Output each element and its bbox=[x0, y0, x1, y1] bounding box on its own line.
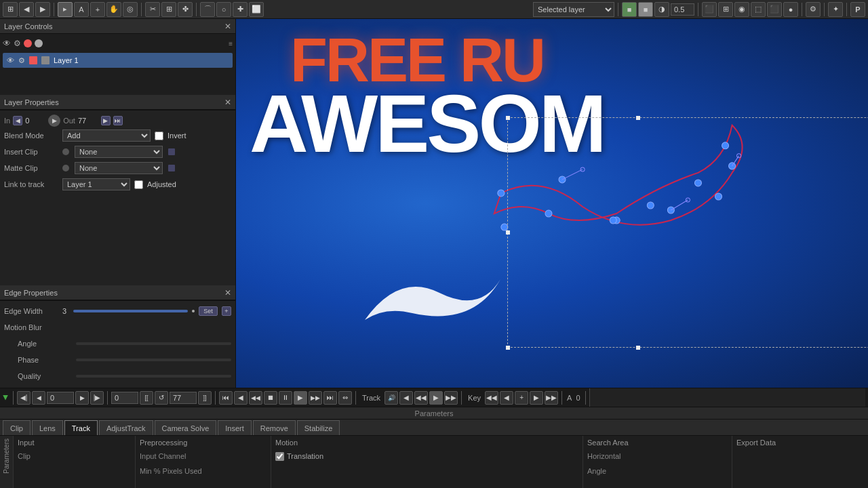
in-prev-btn[interactable]: ◀ bbox=[13, 116, 22, 125]
settings-btn[interactable]: ⚙ bbox=[806, 2, 821, 17]
in-field[interactable]: 0 bbox=[25, 117, 45, 125]
key-btn-4[interactable]: ▶ bbox=[530, 391, 543, 405]
layer-properties-close[interactable]: ✕ bbox=[224, 98, 231, 107]
loop-btn[interactable]: ↺ bbox=[155, 391, 168, 405]
color-btn-1[interactable]: ■ bbox=[622, 2, 637, 17]
pointer-tool[interactable]: A bbox=[74, 2, 89, 17]
link-to-track-select[interactable]: Layer 1 bbox=[62, 178, 130, 190]
edge-width-value: 3 bbox=[62, 307, 66, 315]
rect-tool[interactable]: ⬜ bbox=[249, 2, 264, 17]
track-go-btn[interactable]: ▶ bbox=[429, 391, 443, 405]
translation-checkbox[interactable] bbox=[275, 452, 284, 461]
p-btn[interactable]: P bbox=[850, 2, 865, 17]
pause-btn[interactable]: ⏸ bbox=[279, 391, 292, 405]
tab-track[interactable]: Track bbox=[64, 420, 98, 435]
layer-select-dropdown[interactable]: Selected layer bbox=[533, 2, 614, 17]
frame-prev2-btn[interactable]: ◀| bbox=[17, 391, 31, 405]
set-button[interactable]: Set bbox=[199, 306, 218, 316]
tab-remove[interactable]: Remove bbox=[253, 420, 296, 435]
angle-slider[interactable] bbox=[76, 342, 231, 345]
move-tool[interactable]: ✚ bbox=[233, 2, 248, 17]
play-end-btn[interactable]: ⏭ bbox=[323, 391, 337, 405]
frame-prev-btn[interactable]: ◀ bbox=[32, 391, 45, 405]
view-btn-3[interactable]: ◉ bbox=[734, 2, 749, 17]
invert-checkbox[interactable] bbox=[155, 131, 163, 140]
frame-out-field[interactable]: 77 bbox=[170, 392, 197, 404]
layer-controls-close[interactable]: ✕ bbox=[224, 22, 231, 31]
nav-icon[interactable]: ⊞ bbox=[3, 2, 18, 17]
edge-width-slider[interactable] bbox=[73, 310, 188, 312]
tab-adjusttrack[interactable]: AdjustTrack bbox=[99, 420, 153, 435]
key-btn-1[interactable]: ◀◀ bbox=[485, 391, 498, 405]
color-btn-2[interactable]: ■ bbox=[638, 2, 653, 17]
out-field[interactable]: 77 bbox=[78, 117, 98, 125]
stop-btn[interactable]: ⏹ bbox=[264, 391, 277, 405]
cut-tool[interactable]: ✂ bbox=[145, 2, 160, 17]
adjusted-checkbox[interactable] bbox=[134, 180, 143, 189]
grid-tool[interactable]: ⊞ bbox=[161, 2, 176, 17]
play-prev-btn[interactable]: ◀ bbox=[234, 391, 248, 405]
add-tool[interactable]: + bbox=[90, 2, 105, 17]
zoom-tool[interactable]: ◎ bbox=[123, 2, 138, 17]
track-btn-1[interactable]: ◀ bbox=[399, 391, 413, 405]
out-next-btn[interactable]: ▶ bbox=[101, 116, 111, 125]
play-range-btn[interactable]: ⇔ bbox=[338, 391, 352, 405]
track-audio-btn[interactable]: 🔊 bbox=[384, 391, 398, 405]
matte-clip-menu-icon[interactable] bbox=[168, 165, 175, 171]
insert-clip-select[interactable]: None bbox=[75, 146, 163, 158]
panel-menu-icon[interactable]: ≡ bbox=[229, 40, 233, 47]
tab-stabilize[interactable]: Stabilize bbox=[297, 420, 340, 435]
quality-slider[interactable] bbox=[76, 375, 231, 378]
insert-clip-dot bbox=[62, 148, 69, 155]
phase-slider[interactable] bbox=[76, 359, 231, 361]
track-go2-btn[interactable]: ▶▶ bbox=[444, 391, 458, 405]
play-fast-btn[interactable]: ▶▶ bbox=[309, 391, 322, 405]
view-btn-2[interactable]: ⊞ bbox=[718, 2, 733, 17]
view-btn-1[interactable]: ⬛ bbox=[702, 2, 717, 17]
fx-btn[interactable]: ✦ bbox=[828, 2, 843, 17]
frame-next-btn[interactable]: ▶ bbox=[75, 391, 89, 405]
edge-properties-close[interactable]: ✕ bbox=[224, 288, 231, 298]
view-btn-5[interactable]: ⬛ bbox=[767, 2, 782, 17]
hand-tool[interactable]: ✋ bbox=[106, 2, 121, 17]
join-tool[interactable]: ✤ bbox=[178, 2, 193, 17]
insert-clip-menu-icon[interactable] bbox=[168, 148, 175, 155]
play-btn[interactable]: ▶ bbox=[294, 391, 307, 405]
opacity-field[interactable]: 0.5 bbox=[671, 3, 694, 16]
view-btn-6[interactable]: ● bbox=[783, 2, 798, 17]
frame-next2-btn[interactable]: |▶ bbox=[90, 391, 104, 405]
track-btn-2[interactable]: ◀◀ bbox=[414, 391, 428, 405]
tab-insert[interactable]: Insert bbox=[218, 420, 252, 435]
frame-current-field[interactable]: 0 bbox=[47, 392, 74, 404]
tab-clip[interactable]: Clip bbox=[3, 420, 31, 435]
select-tool[interactable]: ▸ bbox=[58, 2, 73, 17]
play-prev-slow-btn[interactable]: ◀◀ bbox=[249, 391, 262, 405]
key-btn-5[interactable]: ▶▶ bbox=[545, 391, 558, 405]
timeline-track[interactable] bbox=[589, 388, 865, 407]
set-plus-btn[interactable]: + bbox=[222, 306, 231, 316]
view-btn-4[interactable]: ⬚ bbox=[751, 2, 766, 17]
tab-lens[interactable]: Lens bbox=[32, 420, 63, 435]
circle-tool[interactable]: ○ bbox=[216, 2, 231, 17]
redo-button[interactable]: ▶ bbox=[35, 2, 50, 17]
visibility-icon[interactable]: 👁 bbox=[3, 39, 11, 48]
play-begin-btn[interactable]: ⏮ bbox=[219, 391, 233, 405]
gear-icon[interactable]: ⚙ bbox=[14, 39, 21, 48]
out-btn[interactable]: ]] bbox=[198, 391, 212, 405]
key-btn-2[interactable]: ◀ bbox=[500, 391, 513, 405]
curve-tool[interactable]: ⌒ bbox=[200, 2, 215, 17]
layer-1-row[interactable]: 👁 ⚙ Layer 1 bbox=[3, 53, 233, 68]
tab-camerasolve[interactable]: Camera Solve bbox=[155, 420, 217, 435]
track-label: Track bbox=[362, 394, 380, 402]
clip-label: Clip bbox=[18, 452, 65, 460]
blend-mode-select[interactable]: Add bbox=[62, 129, 151, 142]
undo-button[interactable]: ◀ bbox=[19, 2, 34, 17]
frame-in-field[interactable] bbox=[111, 392, 138, 404]
in-btn[interactable]: [[ bbox=[140, 391, 153, 405]
out-end-btn[interactable]: ⏭ bbox=[113, 116, 123, 125]
play-icon[interactable]: ▶ bbox=[48, 115, 60, 127]
timeline-sep4 bbox=[355, 391, 356, 405]
key-btn-3[interactable]: + bbox=[515, 391, 528, 405]
matte-clip-select[interactable]: None bbox=[75, 162, 163, 174]
canvas-area[interactable]: FREE RU AWESOM bbox=[236, 19, 868, 388]
